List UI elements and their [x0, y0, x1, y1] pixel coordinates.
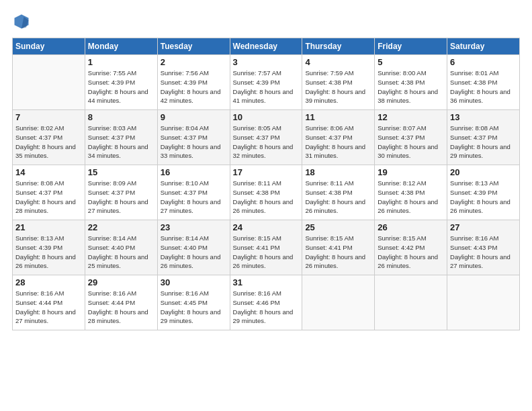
- calendar-cell: 7Sunrise: 8:02 AMSunset: 4:37 PMDaylight…: [13, 110, 85, 165]
- day-info: Sunrise: 8:16 AMSunset: 4:45 PMDaylight:…: [161, 289, 227, 326]
- calendar-cell: 18Sunrise: 8:11 AMSunset: 4:38 PMDayligh…: [302, 165, 375, 220]
- day-info: Sunrise: 7:56 AMSunset: 4:39 PMDaylight:…: [161, 68, 227, 105]
- day-number: 9: [161, 112, 227, 122]
- calendar-cell: 19Sunrise: 8:12 AMSunset: 4:38 PMDayligh…: [375, 165, 447, 220]
- weekday-header: Friday: [375, 38, 447, 55]
- calendar-cell: 16Sunrise: 8:10 AMSunset: 4:37 PMDayligh…: [157, 165, 230, 220]
- calendar-cell: 8Sunrise: 8:03 AMSunset: 4:37 PMDaylight…: [85, 110, 157, 165]
- day-info: Sunrise: 8:13 AMSunset: 4:39 PMDaylight:…: [15, 234, 82, 271]
- day-info: Sunrise: 8:04 AMSunset: 4:37 PMDaylight:…: [161, 124, 227, 161]
- day-number: 7: [15, 112, 82, 122]
- day-number: 23: [161, 222, 227, 232]
- day-number: 14: [15, 167, 82, 177]
- calendar-cell: 6Sunrise: 8:01 AMSunset: 4:38 PMDaylight…: [447, 55, 520, 110]
- calendar-cell: 4Sunrise: 7:59 AMSunset: 4:38 PMDaylight…: [302, 55, 375, 110]
- day-number: 27: [450, 222, 517, 232]
- day-info: Sunrise: 8:12 AMSunset: 4:38 PMDaylight:…: [378, 179, 444, 216]
- day-number: 4: [305, 57, 371, 67]
- calendar-cell: 23Sunrise: 8:14 AMSunset: 4:40 PMDayligh…: [157, 220, 230, 275]
- weekday-header: Thursday: [302, 38, 375, 55]
- day-info: Sunrise: 8:03 AMSunset: 4:37 PMDaylight:…: [88, 124, 154, 161]
- calendar-cell: [302, 275, 375, 330]
- calendar-cell: 26Sunrise: 8:15 AMSunset: 4:42 PMDayligh…: [375, 220, 447, 275]
- day-number: 28: [15, 277, 82, 287]
- day-info: Sunrise: 8:15 AMSunset: 4:41 PMDaylight:…: [233, 234, 300, 271]
- day-number: 25: [305, 222, 371, 232]
- calendar-cell: 22Sunrise: 8:14 AMSunset: 4:40 PMDayligh…: [85, 220, 157, 275]
- day-info: Sunrise: 8:09 AMSunset: 4:37 PMDaylight:…: [88, 179, 154, 216]
- calendar-cell: 3Sunrise: 7:57 AMSunset: 4:39 PMDaylight…: [230, 55, 302, 110]
- day-info: Sunrise: 8:16 AMSunset: 4:46 PMDaylight:…: [233, 289, 300, 326]
- day-info: Sunrise: 8:05 AMSunset: 4:37 PMDaylight:…: [233, 124, 300, 161]
- weekday-header: Wednesday: [230, 38, 302, 55]
- day-number: 13: [450, 112, 517, 122]
- day-number: 26: [378, 222, 444, 232]
- weekday-header: Monday: [85, 38, 157, 55]
- calendar-cell: 20Sunrise: 8:13 AMSunset: 4:39 PMDayligh…: [447, 165, 520, 220]
- weekday-header: Tuesday: [157, 38, 230, 55]
- day-number: 12: [378, 112, 444, 122]
- calendar-cell: 2Sunrise: 7:56 AMSunset: 4:39 PMDaylight…: [157, 55, 230, 110]
- day-number: 1: [88, 57, 154, 67]
- day-info: Sunrise: 8:00 AMSunset: 4:38 PMDaylight:…: [378, 68, 444, 105]
- day-number: 16: [161, 167, 227, 177]
- day-number: 3: [233, 57, 300, 67]
- calendar-cell: 10Sunrise: 8:05 AMSunset: 4:37 PMDayligh…: [230, 110, 302, 165]
- day-info: Sunrise: 8:16 AMSunset: 4:44 PMDaylight:…: [15, 289, 82, 326]
- day-number: 20: [450, 167, 517, 177]
- day-info: Sunrise: 8:15 AMSunset: 4:41 PMDaylight:…: [305, 234, 371, 271]
- day-info: Sunrise: 8:16 AMSunset: 4:44 PMDaylight:…: [88, 289, 154, 326]
- day-info: Sunrise: 8:08 AMSunset: 4:37 PMDaylight:…: [15, 179, 82, 216]
- calendar-cell: 28Sunrise: 8:16 AMSunset: 4:44 PMDayligh…: [13, 275, 85, 330]
- day-info: Sunrise: 8:07 AMSunset: 4:37 PMDaylight:…: [378, 124, 444, 161]
- day-info: Sunrise: 8:14 AMSunset: 4:40 PMDaylight:…: [88, 234, 154, 271]
- calendar-cell: 21Sunrise: 8:13 AMSunset: 4:39 PMDayligh…: [13, 220, 85, 275]
- day-number: 18: [305, 167, 371, 177]
- day-number: 5: [378, 57, 444, 67]
- day-info: Sunrise: 7:59 AMSunset: 4:38 PMDaylight:…: [305, 68, 371, 105]
- weekday-header: Sunday: [13, 38, 85, 55]
- calendar-cell: 13Sunrise: 8:08 AMSunset: 4:37 PMDayligh…: [447, 110, 520, 165]
- calendar-cell: 12Sunrise: 8:07 AMSunset: 4:37 PMDayligh…: [375, 110, 447, 165]
- day-info: Sunrise: 8:14 AMSunset: 4:40 PMDaylight:…: [161, 234, 227, 271]
- calendar-cell: 17Sunrise: 8:11 AMSunset: 4:38 PMDayligh…: [230, 165, 302, 220]
- day-info: Sunrise: 8:01 AMSunset: 4:38 PMDaylight:…: [450, 68, 517, 105]
- calendar-cell: 29Sunrise: 8:16 AMSunset: 4:44 PMDayligh…: [85, 275, 157, 330]
- day-number: 6: [450, 57, 517, 67]
- day-number: 8: [88, 112, 154, 122]
- day-number: 29: [88, 277, 154, 287]
- calendar-cell: 14Sunrise: 8:08 AMSunset: 4:37 PMDayligh…: [13, 165, 85, 220]
- day-number: 30: [161, 277, 227, 287]
- day-number: 31: [233, 277, 300, 287]
- header: [12, 12, 520, 31]
- day-number: 2: [161, 57, 227, 67]
- calendar-cell: [375, 275, 447, 330]
- day-number: 24: [233, 222, 300, 232]
- calendar-cell: 15Sunrise: 8:09 AMSunset: 4:37 PMDayligh…: [85, 165, 157, 220]
- day-info: Sunrise: 8:02 AMSunset: 4:37 PMDaylight:…: [15, 124, 82, 161]
- calendar-cell: [13, 55, 85, 110]
- calendar-cell: 31Sunrise: 8:16 AMSunset: 4:46 PMDayligh…: [230, 275, 302, 330]
- day-info: Sunrise: 8:13 AMSunset: 4:39 PMDaylight:…: [450, 179, 517, 216]
- day-number: 17: [233, 167, 300, 177]
- day-info: Sunrise: 8:10 AMSunset: 4:37 PMDaylight:…: [161, 179, 227, 216]
- day-number: 11: [305, 112, 371, 122]
- day-info: Sunrise: 8:11 AMSunset: 4:38 PMDaylight:…: [305, 179, 371, 216]
- day-number: 21: [15, 222, 82, 232]
- calendar-cell: 24Sunrise: 8:15 AMSunset: 4:41 PMDayligh…: [230, 220, 302, 275]
- day-info: Sunrise: 8:16 AMSunset: 4:43 PMDaylight:…: [450, 234, 517, 271]
- logo-icon: [12, 12, 31, 31]
- day-info: Sunrise: 7:57 AMSunset: 4:39 PMDaylight:…: [233, 68, 300, 105]
- page: SundayMondayTuesdayWednesdayThursdayFrid…: [0, 0, 532, 411]
- calendar-cell: 11Sunrise: 8:06 AMSunset: 4:37 PMDayligh…: [302, 110, 375, 165]
- day-number: 19: [378, 167, 444, 177]
- day-info: Sunrise: 7:55 AMSunset: 4:39 PMDaylight:…: [88, 68, 154, 105]
- calendar-cell: 25Sunrise: 8:15 AMSunset: 4:41 PMDayligh…: [302, 220, 375, 275]
- calendar-cell: 5Sunrise: 8:00 AMSunset: 4:38 PMDaylight…: [375, 55, 447, 110]
- day-number: 10: [233, 112, 300, 122]
- calendar-cell: [447, 275, 520, 330]
- day-number: 15: [88, 167, 154, 177]
- calendar-cell: 27Sunrise: 8:16 AMSunset: 4:43 PMDayligh…: [447, 220, 520, 275]
- logo: [12, 12, 34, 31]
- calendar-cell: 9Sunrise: 8:04 AMSunset: 4:37 PMDaylight…: [157, 110, 230, 165]
